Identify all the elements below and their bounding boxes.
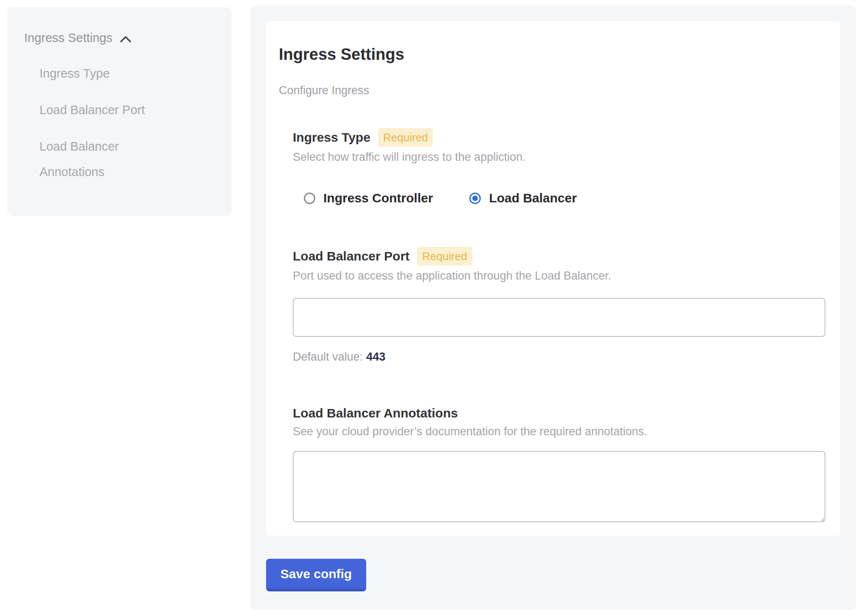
section-load-balancer-annotations: Load Balancer Annotations See your cloud… — [293, 405, 825, 522]
radio-label-ingress-controller: Ingress Controller — [323, 191, 433, 205]
required-badge: Required — [378, 128, 433, 147]
section-help-load-balancer-annotations: See your cloud provider’s documentation … — [293, 424, 825, 439]
config-sidebar: Ingress Settings Ingress Type Load Balan… — [7, 7, 232, 216]
page-title: Ingress Settings — [279, 45, 825, 64]
save-config-button[interactable]: Save config — [266, 559, 366, 591]
default-value-label: Default value: — [293, 350, 363, 363]
section-help-ingress-type: Select how traffic will ingress to the a… — [293, 149, 825, 165]
radio-label-load-balancer: Load Balancer — [489, 191, 577, 205]
radio-option-load-balancer[interactable]: Load Balancer — [469, 191, 577, 205]
section-load-balancer-port: Load Balancer Port Required Port used to… — [293, 247, 825, 364]
config-panel: Ingress Settings Configure Ingress Ingre… — [250, 6, 856, 610]
radio-load-balancer[interactable] — [469, 193, 481, 204]
section-title-ingress-type: Ingress Type — [293, 129, 370, 146]
sidebar-item-list: Ingress Type Load Balancer Port Load Bal… — [39, 61, 232, 185]
default-value: 443 — [366, 350, 385, 363]
section-help-load-balancer-port: Port used to access the application thro… — [293, 268, 825, 283]
sidebar-item-load-balancer-annotations[interactable]: Load Balancer Annotations — [39, 134, 180, 185]
section-title-load-balancer-port: Load Balancer Port — [293, 248, 410, 264]
load-balancer-annotations-textarea[interactable] — [293, 451, 825, 522]
sidebar-item-ingress-type[interactable]: Ingress Type — [39, 61, 180, 86]
section-ingress-type: Ingress Type Required Select how traffic… — [293, 128, 825, 205]
sidebar-group-label: Ingress Settings — [24, 30, 112, 45]
load-balancer-port-input[interactable] — [293, 298, 825, 337]
default-value-row: Default value:443 — [293, 350, 825, 364]
section-title-load-balancer-annotations: Load Balancer Annotations — [293, 405, 458, 421]
radio-ingress-controller[interactable] — [304, 193, 315, 204]
sidebar-group-ingress-settings[interactable]: Ingress Settings — [24, 30, 232, 45]
sidebar-item-load-balancer-port[interactable]: Load Balancer Port — [39, 97, 180, 123]
page-subtitle: Configure Ingress — [279, 84, 825, 98]
config-card: Ingress Settings Configure Ingress Ingre… — [266, 21, 840, 536]
required-badge: Required — [417, 247, 472, 266]
radio-option-ingress-controller[interactable]: Ingress Controller — [304, 191, 433, 205]
chevron-up-icon[interactable] — [119, 33, 132, 43]
ingress-type-radio-group: Ingress Controller Load Balancer — [304, 191, 825, 205]
